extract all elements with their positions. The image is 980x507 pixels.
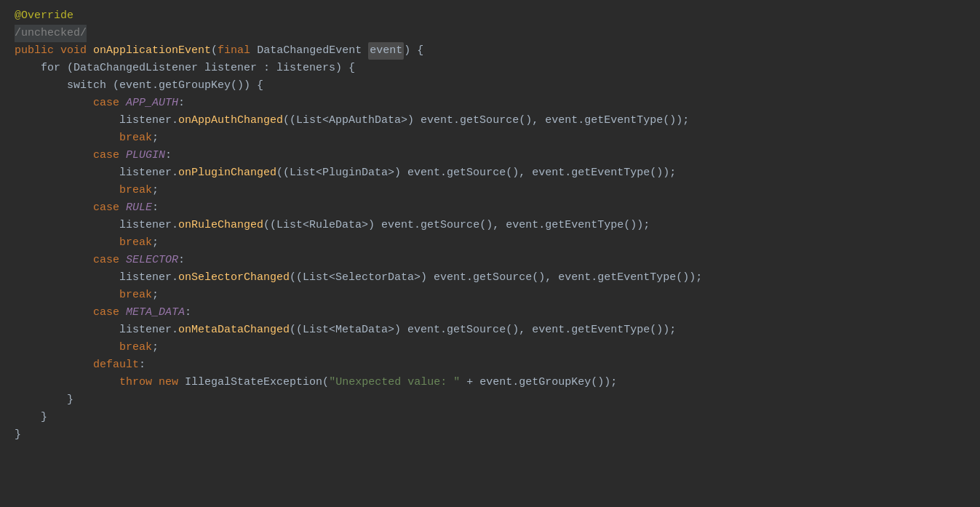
code-line: } xyxy=(0,391,980,409)
code-token: switch (event.getGroupKey()) { xyxy=(15,77,263,95)
code-line: listener.onAppAuthChanged((List<AppAuthD… xyxy=(0,112,980,129)
code-token xyxy=(152,374,159,391)
code-token xyxy=(119,95,126,112)
code-token: break xyxy=(119,129,152,147)
code-token xyxy=(119,147,126,164)
code-token: break xyxy=(119,339,152,356)
code-line: listener.onRuleChanged((List<RuleData>) … xyxy=(0,217,980,234)
code-token: ; xyxy=(152,339,159,356)
code-token: META_DATA xyxy=(126,304,185,322)
code-token: : xyxy=(152,199,159,217)
code-token xyxy=(15,129,119,147)
code-editor: @Override/unchecked/public void onApplic… xyxy=(0,0,980,451)
code-token: new xyxy=(159,374,178,391)
code-line: throw new IllegalStateException("Unexpec… xyxy=(0,374,980,391)
code-token: ) { xyxy=(404,42,423,60)
code-token: listener. xyxy=(15,322,178,339)
code-token xyxy=(15,304,93,322)
code-token: ; xyxy=(152,129,159,147)
code-line: } xyxy=(0,409,980,426)
code-token: throw xyxy=(119,374,152,391)
code-token: onSelectorChanged xyxy=(178,269,290,287)
code-token xyxy=(15,182,119,199)
code-token xyxy=(15,339,119,356)
code-token xyxy=(119,252,126,269)
code-token: public xyxy=(15,42,54,60)
code-token: ( xyxy=(211,42,218,60)
code-token: "Unexpected value: " xyxy=(329,374,460,391)
code-token: listener. xyxy=(15,164,178,182)
code-token: break xyxy=(119,234,152,252)
code-token: ; xyxy=(152,234,159,252)
code-token xyxy=(119,304,126,322)
code-token: + event.getGroupKey()); xyxy=(460,374,617,391)
code-token: onRuleChanged xyxy=(178,217,263,234)
code-token: DataChangedEvent xyxy=(250,42,368,60)
code-token: } xyxy=(15,391,73,409)
code-line: break; xyxy=(0,287,980,304)
code-token xyxy=(15,252,93,269)
code-token: ; xyxy=(152,287,159,304)
code-line: case RULE: xyxy=(0,199,980,217)
code-token: case xyxy=(93,304,119,322)
code-token xyxy=(87,42,93,60)
code-line: default: xyxy=(0,356,980,374)
code-line: public void onApplicationEvent(final Dat… xyxy=(0,42,980,60)
code-token: : xyxy=(139,356,146,374)
code-line: case META_DATA: xyxy=(0,304,980,322)
code-line: @Override xyxy=(0,7,980,25)
code-line: break; xyxy=(0,182,980,199)
code-token xyxy=(15,95,93,112)
code-token: onPluginChanged xyxy=(178,164,276,182)
code-token: @Override xyxy=(15,7,73,25)
code-token: ((List<MetaData>) event.getSource(), eve… xyxy=(290,322,676,339)
code-token: : xyxy=(165,147,172,164)
code-token: : xyxy=(178,95,185,112)
code-token: onApplicationEvent xyxy=(93,42,211,60)
code-line: case PLUGIN: xyxy=(0,147,980,164)
code-token: PLUGIN xyxy=(126,147,165,164)
code-token: listener. xyxy=(15,217,178,234)
code-token: break xyxy=(119,287,152,304)
code-token: onAppAuthChanged xyxy=(178,112,283,129)
code-token: case xyxy=(93,147,119,164)
code-line: for (DataChangedListener listener : list… xyxy=(0,60,980,77)
code-token xyxy=(119,199,126,217)
code-token: ((List<RuleData>) event.getSource(), eve… xyxy=(263,217,650,234)
code-token xyxy=(15,199,93,217)
code-line: break; xyxy=(0,339,980,356)
code-token xyxy=(15,356,93,374)
code-token: case xyxy=(93,252,119,269)
code-token: for (DataChangedListener listener : list… xyxy=(15,60,355,77)
code-token: void xyxy=(60,42,87,60)
code-token: SELECTOR xyxy=(126,252,178,269)
code-token: : xyxy=(185,304,191,322)
code-token: case xyxy=(93,95,119,112)
code-token: break xyxy=(119,182,152,199)
code-token: event xyxy=(368,42,404,60)
code-token: case xyxy=(93,199,119,217)
code-token: ((List<SelectorData>) event.getSource(),… xyxy=(290,269,702,287)
code-line: break; xyxy=(0,129,980,147)
code-token: IllegalStateException( xyxy=(178,374,329,391)
code-token: ; xyxy=(152,182,159,199)
code-token: ((List<AppAuthData>) event.getSource(), … xyxy=(283,112,689,129)
code-line: break; xyxy=(0,234,980,252)
code-token: : xyxy=(178,252,185,269)
code-token: default xyxy=(93,356,139,374)
code-token: } xyxy=(15,409,47,426)
code-token: onMetaDataChanged xyxy=(178,322,290,339)
code-line: switch (event.getGroupKey()) { xyxy=(0,77,980,95)
code-token xyxy=(54,42,60,60)
code-token xyxy=(15,287,119,304)
code-token: APP_AUTH xyxy=(126,95,178,112)
code-token: RULE xyxy=(126,199,152,217)
code-token: } xyxy=(15,426,21,444)
code-token xyxy=(15,374,119,391)
code-token xyxy=(15,147,93,164)
code-line: listener.onMetaDataChanged((List<MetaDat… xyxy=(0,322,980,339)
code-token: /unchecked/ xyxy=(15,25,87,42)
code-token: listener. xyxy=(15,112,178,129)
code-line: case SELECTOR: xyxy=(0,252,980,269)
code-line: case APP_AUTH: xyxy=(0,95,980,112)
